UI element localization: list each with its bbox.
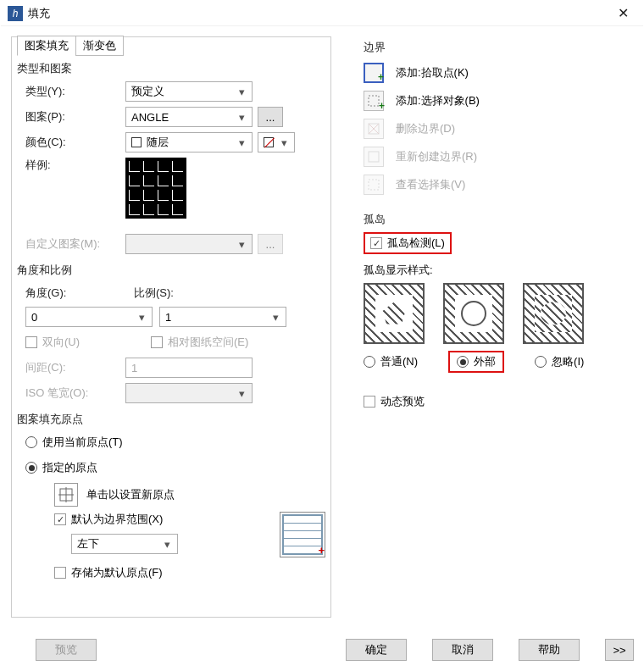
- checkbox-paperspace[interactable]: [151, 336, 163, 348]
- preview-button: 预览: [36, 639, 97, 661]
- label-select-objects: 添加:选择对象(B): [396, 93, 480, 108]
- window-title: 填充: [28, 6, 609, 21]
- view-selection-icon: [364, 175, 384, 195]
- checkbox-default-extent[interactable]: [54, 513, 66, 525]
- checkbox-bidir[interactable]: [25, 336, 37, 348]
- radio-outer[interactable]: 外部: [448, 351, 504, 373]
- group-angle-scale: 角度和比例: [17, 263, 325, 278]
- label-ignore: 忽略(I): [552, 354, 584, 369]
- label-view-selection: 查看选择集(V): [396, 177, 465, 192]
- chevron-down-icon: ▾: [235, 85, 248, 98]
- select-type[interactable]: 预定义 ▾: [125, 81, 253, 102]
- label-recreate-boundary: 重新创建边界(R): [396, 149, 477, 164]
- group-boundary: 边界: [364, 40, 633, 55]
- help-button[interactable]: 帮助: [519, 639, 580, 661]
- chevron-down-icon: ▾: [235, 136, 248, 149]
- select-objects-icon: +: [364, 91, 384, 111]
- chevron-down-icon: ▾: [135, 310, 148, 324]
- select-scale[interactable]: 1 ▾: [159, 307, 286, 327]
- select-color-value: 随层: [147, 135, 169, 150]
- tab-gradient[interactable]: 渐变色: [75, 36, 124, 56]
- select-type-value: 预定义: [131, 84, 164, 99]
- select-position[interactable]: 左下 ▾: [71, 534, 178, 554]
- checkbox-island-detection[interactable]: [370, 237, 382, 249]
- select-scale-value: 1: [165, 311, 171, 324]
- select-pattern[interactable]: ANGLE ▾: [125, 107, 253, 127]
- group-islands: 孤岛: [364, 212, 633, 227]
- label-specify: 指定的原点: [42, 460, 97, 475]
- label-pattern: 图案(P):: [17, 109, 125, 125]
- select-angle[interactable]: 0 ▾: [25, 307, 153, 327]
- ok-button[interactable]: 确定: [346, 639, 407, 661]
- color-swatch: [131, 137, 142, 147]
- label-iso: ISO 笔宽(O):: [17, 385, 125, 401]
- radio-normal[interactable]: 普通(N): [364, 351, 418, 373]
- label-outer: 外部: [474, 354, 496, 369]
- label-spacing: 间距(C):: [17, 360, 125, 375]
- radio-outer-dot: [457, 356, 469, 368]
- btn-select-objects[interactable]: + 添加:选择对象(B): [364, 91, 633, 111]
- label-delete-boundary: 删除边界(D): [396, 121, 455, 136]
- label-color: 颜色(C):: [17, 135, 125, 150]
- brick-icon: [282, 514, 323, 555]
- label-dyn-preview: 动态预览: [380, 394, 425, 409]
- sample-preview[interactable]: [125, 158, 186, 219]
- label-pick-points: 添加:拾取点(K): [396, 65, 469, 80]
- group-origin: 图案填充原点: [17, 412, 325, 427]
- label-scale: 比例(S):: [134, 286, 174, 301]
- svg-rect-7: [369, 152, 379, 162]
- label-island-detection: 孤岛检测(L): [387, 236, 445, 251]
- chevron-down-icon: ▾: [160, 537, 174, 551]
- select-iso: ▾: [125, 383, 253, 403]
- label-normal: 普通(N): [380, 354, 418, 369]
- radio-specify[interactable]: [25, 462, 37, 474]
- delete-boundary-icon: [364, 119, 384, 139]
- label-type: 类型(Y):: [17, 84, 125, 99]
- btn-pick-points[interactable]: + 添加:拾取点(K): [364, 63, 633, 83]
- island-style-normal-img[interactable]: [364, 283, 425, 344]
- button-bar: 预览 确定 取消 帮助 >>: [10, 639, 634, 661]
- left-panel: 图案填充 渐变色 类型和图案 类型(Y): 预定义 ▾ 图案(P): ANGLE…: [11, 36, 331, 618]
- label-sample: 样例:: [17, 158, 125, 173]
- radio-normal-dot: [364, 356, 375, 368]
- island-style-ignore-img[interactable]: [523, 283, 584, 344]
- radio-use-current[interactable]: [25, 436, 37, 448]
- chevron-down-icon: ▾: [235, 237, 248, 251]
- checkbox-dyn-preview[interactable]: [364, 396, 375, 408]
- select-custom: ▾: [125, 234, 253, 254]
- chevron-down-icon: ▾: [235, 386, 248, 400]
- expand-button[interactable]: >>: [605, 639, 634, 661]
- checkbox-store-default[interactable]: [54, 567, 66, 579]
- label-default-extent: 默认为边界范围(X): [71, 512, 163, 527]
- pick-origin-button[interactable]: [54, 483, 78, 507]
- label-angle: 角度(G):: [17, 286, 134, 301]
- chevron-down-icon: ▾: [235, 110, 248, 124]
- btn-recreate-boundary: 重新创建边界(R): [364, 147, 633, 167]
- crosshair-icon: [58, 487, 74, 502]
- select-color[interactable]: 随层 ▾: [125, 132, 253, 152]
- btn-delete-boundary: 删除边界(D): [364, 119, 633, 139]
- cancel-button[interactable]: 取消: [432, 639, 493, 661]
- select-color2[interactable]: ▾: [258, 132, 295, 152]
- label-store-default: 存储为默认原点(F): [71, 565, 163, 580]
- radio-ignore[interactable]: 忽略(I): [535, 351, 584, 373]
- label-use-current: 使用当前原点(T): [42, 435, 123, 450]
- titlebar: h 填充 ✕: [1, 1, 643, 26]
- close-icon[interactable]: ✕: [609, 2, 636, 25]
- radio-ignore-dot: [535, 356, 547, 368]
- tab-hatch[interactable]: 图案填充: [17, 36, 76, 56]
- select-angle-value: 0: [31, 311, 37, 324]
- group-type-pattern: 类型和图案: [17, 61, 325, 76]
- select-position-value: 左下: [77, 536, 99, 552]
- label-paperspace: 相对图纸空间(E): [168, 335, 248, 350]
- svg-rect-8: [369, 180, 379, 190]
- chevron-down-icon: ▾: [277, 136, 291, 149]
- recreate-boundary-icon: [364, 147, 384, 167]
- island-style-outer-img[interactable]: [443, 283, 504, 344]
- pattern-browse-button[interactable]: ...: [258, 107, 283, 127]
- highlight-island-detection: 孤岛检测(L): [364, 232, 452, 254]
- btn-view-selection: 查看选择集(V): [364, 175, 633, 195]
- label-bidir: 双向(U): [42, 335, 80, 350]
- label-island-display: 孤岛显示样式:: [364, 263, 633, 278]
- origin-preview: [280, 512, 325, 557]
